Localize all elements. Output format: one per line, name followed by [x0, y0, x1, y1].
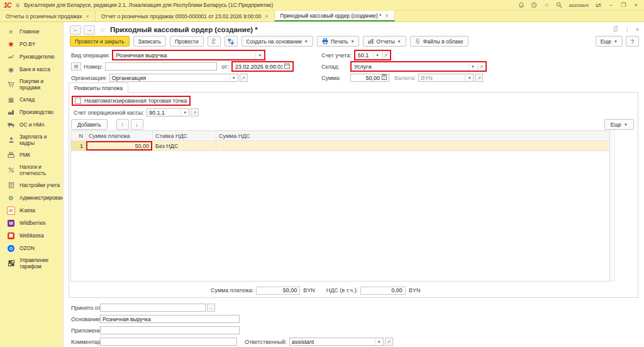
favorites-star-icon[interactable]: ☆ — [542, 1, 550, 9]
history-icon[interactable] — [530, 1, 538, 9]
maximize-button[interactable]: ❐ — [619, 2, 628, 8]
sidebar-item-ozon[interactable]: OOZON — [0, 242, 63, 254]
search-icon[interactable] — [555, 1, 563, 9]
col-vat-amount[interactable]: Сумма НДС — [216, 131, 609, 140]
organization-select[interactable]: Организация ▼ — [109, 74, 238, 82]
open-account-icon[interactable]: ↗ — [382, 51, 390, 59]
basis-input[interactable] — [100, 315, 240, 323]
kebab-menu-icon[interactable]: ⋮ — [625, 26, 630, 33]
vat-amount-cell[interactable] — [216, 141, 609, 151]
favorite-star-icon[interactable]: ☆ — [99, 26, 106, 34]
tab-cash-receipt-order[interactable]: Приходный кассовый ордер (создание) * × — [275, 11, 395, 21]
cloud-files-button[interactable]: Файлы в облаке — [410, 36, 469, 47]
back-button[interactable]: ← — [70, 25, 81, 35]
sidebar-item-production[interactable]: Производство — [0, 106, 63, 118]
sidebar-item-taxes[interactable]: Налоги и отчетность — [0, 161, 63, 179]
add-row-button[interactable]: Добавить — [71, 119, 108, 130]
sidebar-item-main[interactable]: ≡Главное — [0, 25, 63, 38]
document-structure-icon[interactable] — [225, 36, 238, 47]
payments-table: N Сумма платежа Ставка НДС Сумма НДС 1 5… — [70, 130, 610, 282]
sidebar-item-poby[interactable]: ✱PO.BY — [0, 38, 63, 50]
notifications-bell-icon[interactable] — [517, 1, 525, 9]
current-user[interactable]: assistant — [569, 3, 589, 8]
close-form-icon[interactable]: × — [636, 26, 639, 33]
open-responsible-icon[interactable]: ↗ — [385, 338, 393, 346]
appendix-input[interactable] — [100, 326, 240, 334]
sidebar-item-fixed-assets[interactable]: ОС и НМА — [0, 118, 63, 131]
sidebar-item-tariff[interactable]: Управление тарифом — [0, 254, 63, 272]
date-input[interactable]: 23.02.2026 9:00:01 — [233, 62, 292, 71]
row-number-cell[interactable]: 1 — [71, 141, 86, 151]
calendar-icon[interactable] — [284, 63, 290, 70]
reports-button[interactable]: Отчеты▼ — [363, 36, 406, 47]
sidebar-item-administration[interactable]: ⚙Администрирование — [0, 191, 63, 204]
dropdown-icon[interactable]: ▼ — [375, 338, 381, 345]
sidebar-item-purchases-sales[interactable]: Покупки и продажи — [0, 76, 63, 93]
col-n[interactable]: N — [71, 131, 86, 140]
open-warehouse-icon[interactable]: ↗ — [477, 62, 486, 71]
sidebar-item-salary-hr[interactable]: Зарплата и кадры — [0, 131, 63, 149]
operation-type-select[interactable]: Розничная выручка ▼ — [113, 51, 264, 59]
dropdown-icon[interactable]: ▼ — [373, 52, 379, 59]
dropdown-icon[interactable]: ▼ — [180, 109, 187, 116]
col-vat-rate[interactable]: Ставка НДС — [153, 131, 216, 140]
table-more-button[interactable]: Еще▼ — [604, 119, 634, 130]
create-based-on-button[interactable]: Создать на основании▼ — [242, 36, 313, 47]
calculator-icon[interactable] — [382, 74, 387, 81]
dropdown-icon[interactable]: ▼ — [230, 74, 236, 81]
cash-account-select[interactable]: 90.1.1 ▼ — [147, 108, 189, 117]
choose-received-from-button[interactable]: … — [207, 304, 215, 312]
menu-lines-icon: ≡ — [7, 28, 15, 35]
open-organization-icon[interactable]: ↗ — [240, 74, 248, 82]
help-button[interactable]: ? — [626, 36, 639, 47]
sidebar-item-manager[interactable]: Руководителю — [0, 50, 63, 63]
section-sidebar: ≡Главное ✱PO.BY Руководителю ◉Банк и кас… — [0, 22, 63, 347]
copy-link-icon[interactable] — [613, 26, 619, 33]
tab-payment-details[interactable]: Реквизиты платежа — [69, 82, 128, 93]
sidebar-item-warehouse[interactable]: ▦Склад — [0, 93, 63, 106]
move-row-up-icon[interactable]: ↑ — [116, 119, 129, 130]
save-button[interactable]: Записать — [133, 36, 166, 47]
close-tab-icon[interactable]: × — [265, 13, 268, 20]
tab-retail-sales-report-doc[interactable]: Отчет о розничных продажах 0000-000001 о… — [96, 11, 275, 21]
print-button[interactable]: Печать▼ — [317, 36, 360, 47]
table-scrollbar[interactable] — [610, 130, 615, 282]
vat-rate-cell[interactable]: Без НДС — [153, 141, 216, 151]
sidebar-item-bank-cash[interactable]: ◉Банк и касса — [0, 63, 63, 76]
edit-number-icon[interactable]: ▤ — [71, 62, 81, 71]
sidebar-item-rmk[interactable]: РМК — [0, 149, 63, 161]
sidebar-item-wildberries[interactable]: WWildberries — [0, 217, 63, 229]
open-cash-account-icon[interactable]: ↗ — [191, 108, 199, 117]
responsible-select[interactable]: assistant ▼ — [289, 338, 384, 346]
more-button[interactable]: Еще▼ — [596, 36, 623, 47]
col-amount[interactable]: Сумма платежа — [86, 131, 153, 140]
table-row[interactable]: 1 50,00 Без НДС — [71, 141, 609, 151]
move-row-down-icon[interactable]: ↓ — [131, 119, 143, 130]
dropdown-icon[interactable]: ▼ — [255, 52, 262, 59]
received-from-input[interactable] — [100, 304, 206, 312]
main-menu-icon[interactable]: ≡ — [16, 2, 19, 8]
manual-point-checkbox[interactable] — [75, 98, 81, 104]
show-postings-dtkt-icon[interactable]: ДтКт — [208, 36, 221, 47]
tab-retail-sales-reports[interactable]: Отчеты о розничных продажах × — [0, 11, 96, 21]
dropdown-icon[interactable]: ▼ — [469, 63, 475, 70]
sidebar-item-ikassa[interactable]: iKiKassa — [0, 204, 63, 217]
cash-account-label: Счет операционной кассы: — [74, 110, 144, 116]
sidebar-item-accounting-settings[interactable]: Настройки учета — [0, 179, 63, 191]
post-and-close-button[interactable]: Провести и закрыть — [70, 36, 130, 47]
amount-cell[interactable]: 50,00 — [86, 141, 153, 151]
close-tab-icon[interactable]: × — [385, 13, 388, 19]
forward-button[interactable]: → — [84, 25, 95, 35]
account-field[interactable]: 50.1 ▼ — [355, 51, 382, 59]
tab-label: Отчет о розничных продажах 0000-000001 о… — [101, 13, 261, 20]
sum-input[interactable]: 50,00 — [350, 74, 389, 82]
minimize-button[interactable]: – — [607, 2, 615, 8]
comment-input[interactable] — [100, 338, 237, 346]
service-settings-icon[interactable] — [594, 1, 602, 9]
number-input[interactable] — [105, 62, 217, 71]
post-button[interactable]: Провести — [170, 36, 204, 47]
warehouse-select[interactable]: Услуги ▼ — [352, 62, 477, 71]
sidebar-item-webkassa[interactable]: ▦Webkassa — [0, 229, 63, 242]
close-window-button[interactable]: × — [632, 2, 640, 8]
close-tab-icon[interactable]: × — [86, 13, 89, 20]
